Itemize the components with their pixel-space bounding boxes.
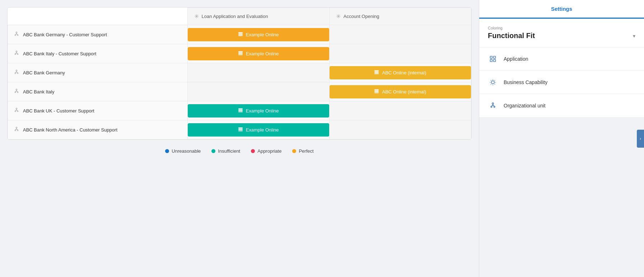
legend-item-perfect: Perfect [292,148,313,154]
svg-rect-33 [375,89,379,90]
header-row: ✳ Loan Application and Evaluation ✳ Acco… [8,8,471,25]
cell-na-cs-loan: Example Online [187,120,329,139]
svg-line-66 [491,84,491,84]
chip-icon [238,108,243,114]
coloring-label: Coloring [488,26,635,30]
svg-rect-7 [238,33,243,34]
settings-panel: Settings Coloring Functional Fit ▾ Appli… [479,0,644,277]
chip-label: Example Online [246,32,279,37]
cell-italy-account: ABC Online (internal) [329,82,471,101]
settings-type-label-organizational-unit: Organizational unit [504,103,546,109]
legend-label-insufficient: Insufficient [218,148,240,154]
coloring-dropdown-arrow[interactable]: ▾ [633,33,635,39]
cell-germany-loan [187,63,329,82]
col-header-loan: ✳ Loan Application and Evaluation [187,8,329,25]
svg-rect-24 [375,70,379,71]
chip-uk-cs-loan[interactable]: Example Online [188,104,329,117]
svg-rect-16 [238,52,243,54]
row-label-text-na-cs: ABC Bank North America - Customer Suppor… [23,127,117,133]
settings-header: Settings [479,0,644,19]
table-row-germany-cs: ABC Bank Germany - Customer Support Exam… [8,25,471,44]
svg-rect-17 [238,54,243,55]
chip-germany-cs-loan[interactable]: Example Online [188,28,329,41]
row-label-text-italy: ABC Bank Italy [23,89,54,94]
legend-dot-appropriate [251,149,255,153]
org-unit-icon [14,31,19,38]
chip-germany-account[interactable]: ABC Online (internal) [330,66,471,79]
svg-line-65 [495,80,495,80]
chip-italy-cs-loan[interactable]: Example Online [188,47,329,60]
chip-label: ABC Online (internal) [382,89,426,94]
legend-item-unreasonable: Unreasonable [165,148,201,154]
svg-rect-25 [375,71,379,73]
collapse-button[interactable]: › [637,130,644,148]
row-label-text-uk-cs: ABC Bank UK - Customer Support [23,108,94,114]
svg-point-27 [16,89,17,90]
settings-type-organizational-unit[interactable]: Organizational unit [479,94,644,117]
row-label-text-italy-cs: ABC Bank Italy - Customer Support [23,51,96,56]
main-area: ✳ Loan Application and Evaluation ✳ Acco… [0,0,479,277]
chip-italy-account[interactable]: ABC Online (internal) [330,85,471,98]
svg-point-4 [15,34,16,36]
svg-line-64 [495,84,495,84]
org-unit-icon [14,69,19,76]
svg-rect-35 [375,92,379,93]
svg-rect-54 [490,56,493,59]
svg-point-49 [15,130,16,131]
legend-item-insufficient: Insufficient [211,148,240,154]
person-icon [488,101,498,111]
settings-type-application[interactable]: Application [479,47,644,71]
svg-rect-6 [238,32,243,33]
svg-point-41 [17,111,18,112]
svg-point-36 [16,108,17,109]
svg-point-9 [16,51,17,52]
matrix-container: ✳ Loan Application and Evaluation ✳ Acco… [7,7,472,140]
table-row-italy-cs: ABC Bank Italy - Customer Support Exampl… [8,44,471,63]
table-row-uk-cs: ABC Bank UK - Customer Support Example O… [8,101,471,120]
matrix-table: ✳ Loan Application and Evaluation ✳ Acco… [8,8,471,139]
chip-icon [238,32,243,38]
cell-germany-cs-loan: Example Online [187,25,329,44]
account-icon: ✳ [336,13,341,20]
legend-row: UnreasonableInsufficientAppropriatePerfe… [7,140,472,160]
chip-icon [238,127,243,133]
svg-point-40 [15,111,16,112]
cell-na-cs-account [329,120,471,139]
coloring-select-row[interactable]: Functional Fit ▾ [488,32,635,40]
svg-rect-53 [238,130,243,131]
row-label-uk-cs: ABC Bank UK - Customer Support [8,101,187,120]
legend-label-appropriate: Appropriate [257,148,281,154]
svg-point-50 [17,130,18,131]
svg-point-22 [15,73,16,74]
col-header-loan-label: Loan Application and Evaluation [202,14,268,19]
svg-point-5 [17,34,18,36]
settings-type-business-capability[interactable]: Business Capability [479,71,644,94]
row-label-italy: ABC Bank Italy [8,82,187,101]
org-unit-icon [14,107,19,114]
row-label-na-cs: ABC Bank North America - Customer Suppor… [8,120,187,139]
org-unit-icon [14,126,19,133]
row-label-text-germany: ABC Bank Germany [23,70,65,75]
svg-point-18 [16,70,17,71]
svg-point-58 [491,81,494,84]
cell-italy-loan [187,82,329,101]
chip-label: Example Online [246,108,279,114]
chip-label: Example Online [246,51,279,56]
table-row-italy: ABC Bank Italy ABC Online (internal) [8,82,471,101]
legend-label-perfect: Perfect [299,148,313,154]
chip-icon [374,70,379,76]
svg-rect-8 [238,35,243,36]
settings-type-label-application: Application [504,56,528,62]
loan-icon: ✳ [194,13,199,20]
svg-rect-15 [238,51,243,52]
org-unit-icon [14,50,19,57]
svg-point-45 [16,127,17,128]
svg-point-14 [17,54,18,55]
table-row-germany: ABC Bank Germany ABC Online (internal) [8,63,471,82]
svg-point-72 [494,106,495,107]
row-label-italy-cs: ABC Bank Italy - Customer Support [8,44,187,63]
col-header-account-label: Account Opening [344,14,379,19]
chip-icon [238,51,243,57]
chip-na-cs-loan[interactable]: Example Online [188,123,329,137]
svg-point-31 [15,92,16,93]
